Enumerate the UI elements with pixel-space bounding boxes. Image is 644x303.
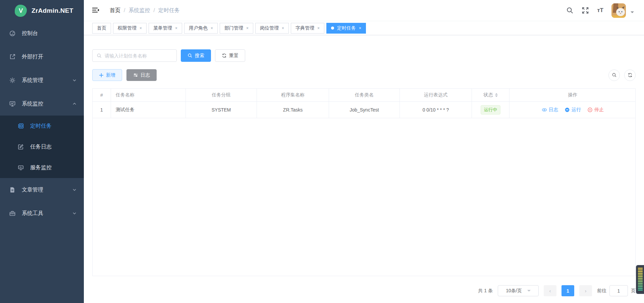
log-button[interactable]: 日志 xyxy=(126,69,157,81)
table-header-row: # 任务名称 任务分组 程序集名称 任务类名 运行表达式 状态 操作 xyxy=(93,89,635,102)
breadcrumb-system-monitor: 系统监控 xyxy=(128,7,150,14)
sidebar-item-system-management[interactable]: 系统管理 xyxy=(0,69,84,92)
reset-button[interactable]: 重置 xyxy=(215,49,245,62)
search-input[interactable] xyxy=(105,53,172,58)
tab-department-management[interactable]: 部门管理 × xyxy=(220,23,253,34)
breadcrumb: 首页 / 系统监控 / 定时任务 xyxy=(110,7,180,14)
tab-dictionary-management[interactable]: 字典管理 × xyxy=(291,23,324,34)
sidebar-item-external-open[interactable]: 外部打开 xyxy=(0,45,84,69)
equalizer-bars-icon xyxy=(638,268,643,291)
cell-task-group: SYSTEM xyxy=(186,102,257,118)
cell-assembly: ZR.Tasks xyxy=(257,102,329,118)
tab-position-management[interactable]: 岗位管理 × xyxy=(255,23,289,34)
refresh-table-button[interactable] xyxy=(624,70,636,81)
cell-task-name: 测试任务 xyxy=(111,102,186,118)
sidebar-item-label: 系统工具 xyxy=(22,210,43,217)
tab-scheduled-tasks[interactable]: 定时任务 × xyxy=(326,23,366,34)
sidebar-menu: 控制台 外部打开 系统管理 xyxy=(0,21,84,225)
floating-edge-widget[interactable] xyxy=(636,265,644,294)
cell-job-class: Job_SyncTest xyxy=(329,102,400,118)
sidebar-item-label: 服务监控 xyxy=(30,164,52,171)
sidebar-item-dashboard[interactable]: 控制台 xyxy=(0,21,84,45)
task-name-search-field[interactable] xyxy=(92,49,177,62)
breadcrumb-home[interactable]: 首页 xyxy=(110,7,120,14)
table-row[interactable]: 1 测试任务 SYSTEM ZR.Tasks Job_SyncTest 0 0/… xyxy=(93,102,635,118)
sidebar-item-system-monitor[interactable]: 系统监控 xyxy=(0,92,84,116)
plus-icon xyxy=(99,73,104,78)
tab-label: 岗位管理 xyxy=(260,25,279,31)
tabbar: 首页 权限管理 × 菜单管理 × 用户角色 × 部门管理 × 岗位管理 × xyxy=(84,21,644,35)
app-title: ZrAdmin.NET xyxy=(32,7,73,14)
top-navbar: 首页 / 系统监控 / 定时任务 ᴛT xyxy=(84,0,644,21)
cell-index: 1 xyxy=(93,102,111,118)
toolbar-row: 新增 日志 xyxy=(92,69,636,81)
search-icon xyxy=(187,53,193,58)
app-root: V ZrAdmin.NET 控制台 外部打开 xyxy=(0,0,644,303)
chevron-down-icon xyxy=(527,290,531,293)
tab-menu-management[interactable]: 菜单管理 × xyxy=(149,23,182,34)
sliders-icon xyxy=(133,73,138,78)
sidebar-item-task-logs[interactable]: 任务日志 xyxy=(0,136,84,157)
cell-status: 运行中 xyxy=(472,102,509,118)
tab-label: 字典管理 xyxy=(296,25,314,31)
sort-carets-icon[interactable] xyxy=(495,92,498,98)
search-icon[interactable] xyxy=(566,7,574,14)
fullscreen-icon[interactable] xyxy=(582,7,589,14)
sidebar-item-label: 外部打开 xyxy=(22,53,43,60)
sidebar-item-system-tools[interactable]: 系统工具 xyxy=(0,202,84,225)
tab-user-roles[interactable]: 用户角色 × xyxy=(184,23,218,34)
avatar[interactable] xyxy=(611,3,626,18)
sidebar-item-article-management[interactable]: 文章管理 xyxy=(0,178,84,202)
stop-task-link[interactable]: 停止 xyxy=(587,107,604,113)
tab-close-icon[interactable]: × xyxy=(246,26,249,31)
search-icon xyxy=(612,73,617,78)
show-search-button[interactable] xyxy=(608,70,620,81)
search-button[interactable]: 搜索 xyxy=(181,49,211,62)
tab-close-icon[interactable]: × xyxy=(175,26,177,31)
tab-label: 部门管理 xyxy=(224,25,243,31)
tab-close-icon[interactable]: × xyxy=(317,26,320,31)
page-size-select[interactable]: 10条/页 xyxy=(498,285,539,296)
sidebar-item-service-monitor[interactable]: 服务监控 xyxy=(0,157,84,178)
add-button[interactable]: 新增 xyxy=(92,69,122,81)
caret-down-icon[interactable] xyxy=(631,11,634,15)
server-monitor-icon xyxy=(17,164,24,171)
goto-page-input[interactable] xyxy=(609,285,628,296)
row-actions: 日志 运行 停止 xyxy=(542,107,604,113)
view-log-label: 日志 xyxy=(549,107,558,113)
tab-close-icon[interactable]: × xyxy=(140,26,142,31)
sidebar-item-label: 系统监控 xyxy=(22,100,43,107)
monitor-icon xyxy=(9,100,16,107)
page-number-1[interactable]: 1 xyxy=(561,285,574,296)
font-size-icon[interactable]: ᴛT xyxy=(597,7,603,14)
table-empty-space xyxy=(93,118,635,276)
run-task-link[interactable]: 运行 xyxy=(565,107,581,113)
tab-close-icon[interactable]: × xyxy=(359,26,361,31)
sidebar-item-scheduled-tasks[interactable]: 定时任务 xyxy=(0,116,84,136)
view-log-link[interactable]: 日志 xyxy=(542,107,558,113)
eye-icon xyxy=(542,107,547,113)
toolbox-icon xyxy=(9,210,16,217)
tab-close-icon[interactable]: × xyxy=(211,26,213,31)
column-header-status-label: 状态 xyxy=(484,92,493,98)
sidebar: V ZrAdmin.NET 控制台 外部打开 xyxy=(0,0,84,303)
main-area: 首页 / 系统监控 / 定时任务 ᴛT xyxy=(84,0,644,303)
gear-icon xyxy=(9,77,16,84)
next-page-button[interactable]: › xyxy=(579,285,592,296)
app-logo[interactable]: V ZrAdmin.NET xyxy=(0,0,84,21)
sidebar-item-label: 任务日志 xyxy=(30,143,52,150)
tab-close-icon[interactable]: × xyxy=(282,26,284,31)
tab-permission-management[interactable]: 权限管理 × xyxy=(113,23,147,34)
column-header-index: # xyxy=(93,89,111,101)
prev-page-button[interactable]: ‹ xyxy=(544,285,556,296)
dashboard-icon xyxy=(9,30,16,37)
goto-unit-label: 页 xyxy=(631,288,636,294)
log-button-label: 日志 xyxy=(141,72,150,78)
reset-button-label: 重置 xyxy=(229,53,238,59)
navbar-right: ᴛT xyxy=(566,3,634,18)
tab-home[interactable]: 首页 xyxy=(92,23,111,34)
sidebar-item-label: 定时任务 xyxy=(30,123,52,130)
chevron-up-icon xyxy=(72,102,76,106)
tab-label: 权限管理 xyxy=(118,25,137,31)
sidebar-collapse-icon[interactable] xyxy=(92,7,100,14)
